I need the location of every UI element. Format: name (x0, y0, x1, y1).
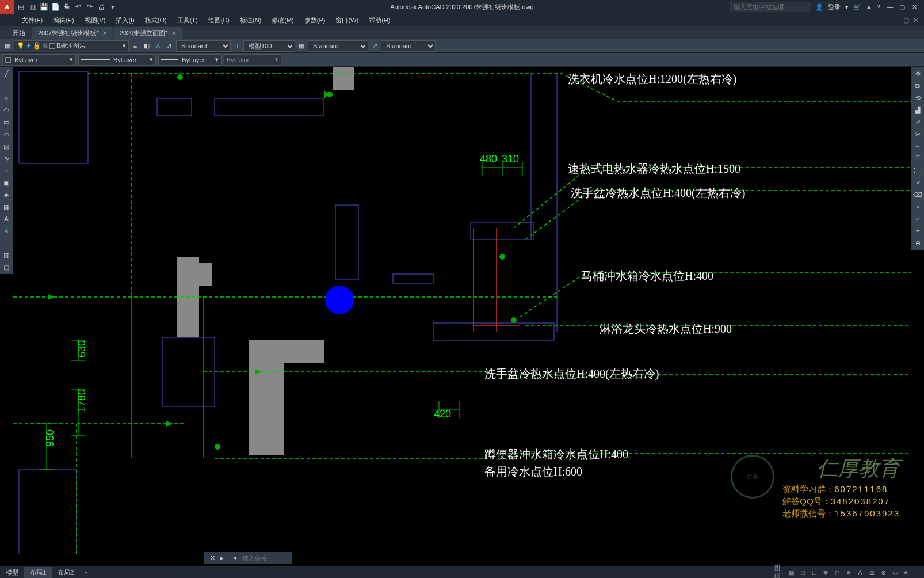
minimize-button[interactable]: — (885, 3, 895, 10)
gradient-icon[interactable]: ▥ (1, 250, 12, 260)
new-tab-button[interactable]: + (183, 30, 196, 39)
plotstyle-dropdown[interactable]: ByColor▾ (224, 54, 281, 66)
lwt-icon[interactable]: ≡ (843, 567, 854, 577)
menu-tools[interactable]: 工具(T) (173, 15, 203, 26)
move-icon[interactable]: ✥ (912, 69, 923, 79)
new-icon[interactable]: ▤ (16, 2, 25, 12)
mleader-icon[interactable]: ↗ (369, 41, 380, 51)
spline-icon[interactable]: ∿ (1, 153, 12, 163)
command-input[interactable] (242, 554, 288, 561)
break-icon[interactable]: ╍ (912, 226, 923, 236)
mirror-icon[interactable]: ▟ (912, 105, 923, 115)
menu-insert[interactable]: 插入(I) (111, 15, 139, 26)
login-label[interactable]: 登录 (828, 3, 841, 12)
ellipse-icon[interactable]: ⬭ (1, 129, 12, 139)
line-icon[interactable]: ╱ (1, 69, 12, 79)
open-icon[interactable]: ▥ (28, 2, 37, 12)
stretch-icon[interactable]: ↔ (912, 214, 923, 224)
layer-dropdown[interactable]: 💡☀🔓🖶 B标注图层 ▾ (14, 40, 129, 51)
menu-modify[interactable]: 修改(M) (267, 15, 299, 26)
text-style-dropdown[interactable]: Standard (176, 40, 231, 52)
menu-edit[interactable]: 编辑(E) (48, 15, 79, 26)
circle-icon[interactable]: ○ (1, 93, 12, 103)
close-icon[interactable]: ✕ (171, 30, 176, 36)
menu-parametric[interactable]: 参数(P) (300, 15, 330, 26)
join-icon[interactable]: ⊕ (912, 238, 923, 248)
layout-tab-1[interactable]: 布局1 (24, 567, 52, 578)
polyline-icon[interactable]: ⌐ (1, 81, 12, 91)
dropdown-icon[interactable]: ▾ (108, 2, 117, 12)
mleader-style-dropdown[interactable]: Standard (381, 40, 436, 52)
layout-tab-2[interactable]: 布局2 (52, 567, 79, 578)
doc-min-icon[interactable]: — (893, 17, 901, 24)
region-icon[interactable]: ◈ (1, 189, 12, 200)
menu-view[interactable]: 视图(V) (80, 15, 110, 26)
menu-window[interactable]: 窗口(W) (331, 15, 363, 26)
drawing-canvas[interactable]: 洗衣机冷水点位H:1200(左热右冷) 速热式电热水器冷热水点位H:1500 洗… (13, 67, 911, 554)
menu-dimension[interactable]: 标注(N) (235, 15, 266, 26)
mtext-icon[interactable]: A (1, 214, 12, 224)
text-style-icon[interactable]: A (165, 41, 175, 51)
plot-icon[interactable]: 🖶 (62, 2, 71, 12)
add-layout-button[interactable]: + (79, 568, 92, 577)
close-button[interactable]: ✕ (909, 3, 919, 11)
point-icon[interactable]: · (1, 165, 12, 176)
search-input[interactable] (730, 2, 811, 12)
print-icon[interactable]: 🖨 (97, 2, 106, 12)
menu-draw[interactable]: 绘图(D) (204, 15, 234, 26)
tab-file-1[interactable]: 2007朱强初级班模板*✕ (32, 27, 113, 39)
trim-icon[interactable]: ✂ (912, 129, 923, 139)
copy-icon[interactable]: ⧉ (912, 81, 923, 91)
erase-icon[interactable]: ⌫ (912, 189, 923, 200)
doc-close-icon[interactable]: ✕ (911, 17, 919, 24)
extend-icon[interactable]: → (912, 141, 923, 151)
anno-icon[interactable]: A (855, 567, 865, 577)
fillet-icon[interactable]: ⌒ (912, 153, 923, 163)
clean-icon[interactable]: ▭ (889, 567, 900, 577)
tab-start[interactable]: 开始 (7, 27, 31, 39)
save-icon[interactable]: 💾 (39, 2, 48, 12)
menu-format[interactable]: 格式(O) (140, 15, 171, 26)
app-exchange-icon[interactable]: ▾ (845, 3, 849, 11)
undo-icon[interactable]: ↶ (74, 2, 83, 12)
explode-icon[interactable]: ✧ (912, 201, 923, 212)
maximize-button[interactable]: ▢ (897, 3, 907, 11)
command-line[interactable]: ✕ ▸_ ▾ (204, 552, 292, 564)
saveas-icon[interactable]: 📄 (51, 2, 60, 12)
help-icon[interactable]: ? (877, 3, 880, 10)
cart-icon[interactable]: 🛒 (853, 3, 861, 11)
osnap-icon[interactable]: ◻ (832, 567, 842, 577)
doc-max-icon[interactable]: ▢ (902, 17, 910, 24)
scale-icon[interactable]: ⚖ (866, 567, 877, 577)
layout-tab-model[interactable]: 模型 (0, 567, 24, 578)
color-dropdown[interactable]: ByLayer▾ (2, 54, 76, 66)
layer-props-icon[interactable]: ▦ (2, 41, 13, 51)
block-icon[interactable]: ▣ (1, 177, 12, 188)
layer-match-icon[interactable]: A (153, 41, 163, 51)
autodesk-icon[interactable]: ▲ (866, 3, 872, 10)
offset-icon[interactable]: ⫽ (912, 177, 923, 188)
recent-icon[interactable]: ▾ (231, 554, 240, 562)
layer-iso-icon[interactable]: ◧ (142, 41, 152, 51)
table-icon[interactable]: ▦ (1, 201, 12, 212)
dim-scale-dropdown[interactable]: 模型100 (243, 40, 295, 52)
grid-icon[interactable]: ▦ (786, 567, 796, 577)
redo-icon[interactable]: ↷ (85, 2, 94, 12)
lineweight-dropdown[interactable]: ByLayer▾ (158, 54, 222, 66)
customize-icon[interactable]: ≡ (901, 567, 911, 577)
ortho-icon[interactable]: ∟ (809, 567, 819, 577)
arc-icon[interactable]: ◠ (1, 105, 12, 115)
layer-state-icon[interactable]: ≡ (130, 41, 140, 51)
polar-icon[interactable]: ✺ (820, 567, 831, 577)
close-icon[interactable]: ✕ (208, 554, 217, 562)
tab-file-2[interactable]: 2020朱强立面图*✕ (114, 27, 182, 39)
app-logo[interactable]: A (0, 0, 14, 14)
linetype-dropdown[interactable]: ByLayer▾ (78, 54, 156, 66)
close-icon[interactable]: ✕ (102, 30, 107, 36)
rectangle-icon[interactable]: ▭ (1, 117, 12, 127)
snap-icon[interactable]: ⊡ (797, 567, 808, 577)
rotate-icon[interactable]: ⟲ (912, 93, 923, 103)
menu-help[interactable]: 帮助(H) (364, 15, 395, 26)
text-icon[interactable]: A (1, 226, 12, 236)
boundary-icon[interactable]: ▢ (1, 262, 12, 272)
